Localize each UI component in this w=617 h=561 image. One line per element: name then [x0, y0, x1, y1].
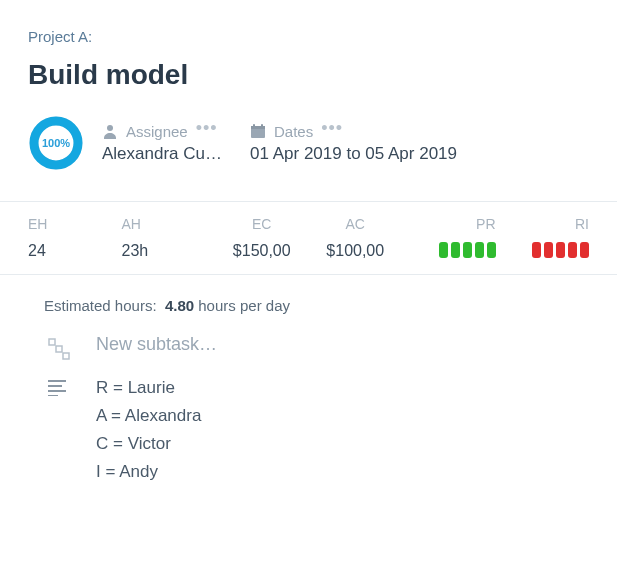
calendar-icon — [250, 123, 266, 139]
dates-value: 01 Apr 2019 to 05 Apr 2019 — [250, 144, 457, 164]
pill — [463, 242, 472, 258]
text-lines-icon — [44, 378, 72, 482]
raci-line: C = Victor — [96, 434, 617, 454]
svg-point-2 — [107, 125, 113, 131]
description-row[interactable]: R = LaurieA = AlexandraC = VictorI = And… — [0, 378, 617, 482]
assignee-label: Assignee — [126, 123, 188, 140]
subtask-input[interactable]: New subtask… — [96, 334, 617, 360]
stat-col-ah: AH 23h — [122, 216, 216, 260]
subtask-icon — [44, 334, 72, 360]
pill — [568, 242, 577, 258]
svg-rect-6 — [261, 124, 263, 128]
stat-col-pr: PR — [402, 216, 496, 260]
pill — [580, 242, 589, 258]
raci-line: A = Alexandra — [96, 406, 617, 426]
pill — [544, 242, 553, 258]
estimated-hours: Estimated hours: 4.80 hours per day — [0, 275, 617, 334]
dates-label: Dates — [274, 123, 313, 140]
svg-rect-12 — [48, 390, 66, 392]
pill — [487, 242, 496, 258]
stat-col-ri: RI — [496, 216, 590, 260]
person-icon — [102, 123, 118, 139]
assignee-block[interactable]: Assignee ••• Alexandra Cu… — [102, 122, 222, 164]
pill — [556, 242, 565, 258]
raci-list: R = LaurieA = AlexandraC = VictorI = And… — [96, 378, 617, 482]
stat-header: AH — [122, 216, 216, 232]
svg-rect-8 — [56, 346, 62, 352]
stat-value: 24 — [28, 242, 122, 260]
dates-more-icon[interactable]: ••• — [321, 119, 343, 137]
stat-header: EC — [215, 216, 309, 232]
svg-rect-11 — [48, 385, 62, 387]
stat-header: EH — [28, 216, 122, 232]
meta-row: 100% Assignee ••• Alexandra Cu… Dates ••… — [28, 115, 589, 171]
raci-line: R = Laurie — [96, 378, 617, 398]
stat-header: AC — [309, 216, 403, 232]
progress-ring[interactable]: 100% — [28, 115, 84, 171]
stat-col-eh: EH 24 — [28, 216, 122, 260]
stat-col-ac: AC $100,00 — [309, 216, 403, 260]
assignee-more-icon[interactable]: ••• — [196, 119, 218, 137]
pill — [439, 242, 448, 258]
stat-value: $150,00 — [215, 242, 309, 260]
svg-rect-7 — [49, 339, 55, 345]
svg-rect-13 — [48, 395, 58, 396]
stat-value: $100,00 — [309, 242, 403, 260]
svg-rect-10 — [48, 380, 66, 382]
svg-rect-9 — [63, 353, 69, 359]
progress-percent: 100% — [28, 115, 84, 171]
raci-line: I = Andy — [96, 462, 617, 482]
assignee-value: Alexandra Cu… — [102, 144, 222, 164]
pill — [475, 242, 484, 258]
priority-pills — [402, 242, 496, 258]
new-subtask-row[interactable]: New subtask… — [0, 334, 617, 360]
svg-rect-5 — [253, 124, 255, 128]
dates-block[interactable]: Dates ••• 01 Apr 2019 to 05 Apr 2019 — [250, 122, 457, 164]
risk-pills — [496, 242, 590, 258]
task-title[interactable]: Build model — [28, 59, 589, 91]
stat-header: PR — [402, 216, 496, 232]
stat-header: RI — [496, 216, 590, 232]
pill — [532, 242, 541, 258]
stat-value: 23h — [122, 242, 216, 260]
stat-col-ec: EC $150,00 — [215, 216, 309, 260]
project-label: Project A: — [28, 28, 589, 45]
pill — [451, 242, 460, 258]
stats-section: EH 24 AH 23h EC $150,00 AC $100,00 PR RI — [0, 201, 617, 275]
